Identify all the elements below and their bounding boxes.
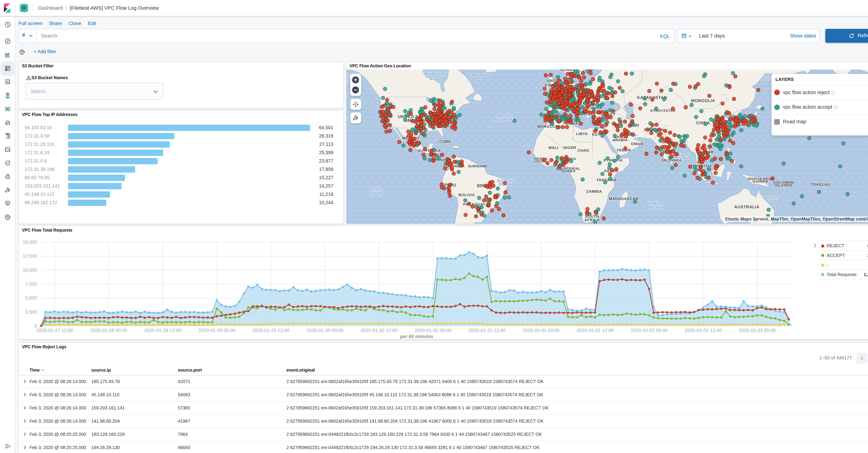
svg-text:2020-02-03 00:00: 2020-02-03 00:00	[739, 328, 776, 333]
svg-text:Pacific: Pacific	[346, 115, 348, 120]
svg-text:OMAN: OMAN	[631, 142, 643, 146]
svg-text:5,000: 5,000	[25, 295, 37, 301]
svg-text:2020-01-31 12:00: 2020-01-31 12:00	[469, 328, 505, 333]
svg-text:Bay: Bay	[429, 76, 438, 81]
svg-text:Atlantiko: Atlantiko	[494, 117, 516, 122]
svg-text:Sea: Sea	[474, 78, 483, 83]
svg-text:12,500: 12,500	[23, 253, 37, 259]
svg-text:NIGER: NIGER	[563, 145, 576, 150]
svg-text:2020-01-27 12:00: 2020-01-27 12:00	[36, 328, 73, 333]
svg-text:CHAD: CHAD	[578, 148, 589, 152]
svg-text:2020-01-31 00:00: 2020-01-31 00:00	[414, 328, 452, 333]
svg-text:AUSTRALIA: AUSTRALIA	[734, 204, 759, 209]
svg-text:CHINA: CHINA	[696, 120, 710, 125]
svg-text:Ocean: Ocean	[346, 119, 347, 124]
svg-text:MOROCCO: MOROCCO	[537, 124, 558, 128]
svg-text:Ocean: Ocean	[648, 205, 664, 210]
svg-text:BOLIVIA: BOLIVIA	[458, 192, 475, 197]
svg-text:2020-01-28 00:00: 2020-01-28 00:00	[90, 328, 127, 333]
svg-text:GUINEA: GUINEA	[561, 169, 576, 173]
svg-text:2020-01-29 00:00: 2020-01-29 00:00	[198, 328, 235, 333]
svg-text:LIBYA: LIBYA	[576, 131, 588, 136]
svg-text:2020-02-02 00:00: 2020-02-02 00:00	[631, 328, 668, 333]
svg-text:GUATEMALA: GUATEMALA	[417, 148, 440, 152]
svg-text:per 60 minutes: per 60 minutes	[400, 334, 433, 339]
svg-text:MALI: MALI	[549, 145, 558, 150]
svg-text:Sea: Sea	[769, 198, 776, 203]
svg-text:ZAMBIA: ZAMBIA	[586, 189, 602, 193]
svg-text:CUBA: CUBA	[439, 139, 451, 144]
svg-text:Ocean: Ocean	[367, 190, 382, 195]
svg-text:2020-01-30 00:00: 2020-01-30 00:00	[306, 328, 343, 333]
svg-text:2020-01-29 12:00: 2020-01-29 12:00	[252, 328, 289, 333]
svg-text:15,000: 15,000	[23, 240, 37, 245]
svg-text:Hudson: Hudson	[425, 71, 443, 76]
svg-text:2020-01-30 12:00: 2020-01-30 12:00	[361, 328, 397, 333]
svg-text:10,000: 10,000	[23, 268, 37, 273]
svg-text:TOKELAU: TOKELAU	[810, 182, 830, 186]
svg-text:2020-02-01 00:00: 2020-02-01 00:00	[523, 328, 559, 333]
svg-text:ISLANDS: ISLANDS	[775, 183, 792, 187]
svg-text:SURINAME: SURINAME	[468, 164, 487, 168]
svg-text:ARABIA: ARABIA	[612, 138, 628, 142]
svg-text:GUINEA: GUINEA	[752, 179, 768, 183]
svg-text:2020-02-02 12:00: 2020-02-02 12:00	[685, 328, 722, 333]
svg-text:7,500: 7,500	[25, 281, 37, 286]
svg-text:MONGOLIA: MONGOLIA	[691, 98, 715, 103]
svg-text:AFRICA: AFRICA	[584, 217, 599, 222]
svg-text:Labrador: Labrador	[468, 72, 490, 77]
svg-text:2020-01-28 12:00: 2020-01-28 12:00	[144, 328, 181, 333]
svg-text:2,500: 2,500	[25, 309, 37, 314]
svg-text:2020-02-01 12:00: 2020-02-01 12:00	[577, 328, 614, 333]
